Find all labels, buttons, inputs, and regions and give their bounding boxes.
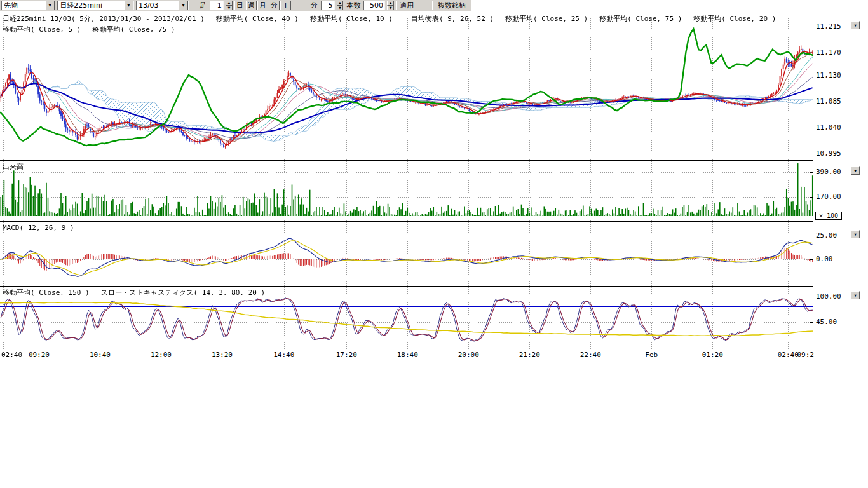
pane-scroll-down-button[interactable]: ▼	[851, 166, 860, 175]
y-axis-tick-label: 390.00	[816, 168, 841, 176]
time-axis: 02:4009:2010:4012:0013:2014:4017:2018:40…	[0, 350, 814, 360]
x-axis-tick-label: 13:20	[212, 351, 233, 359]
x-axis-tick-label: 01:20	[702, 351, 723, 359]
volume-multiplier-badge: × 100	[815, 212, 842, 220]
y-axis-tick-label: 100.00	[816, 293, 841, 301]
y-axis-tick-label: 11,215	[816, 23, 841, 30]
y-axis-tick-label: 25.00	[816, 232, 837, 240]
x-axis-tick-label: 12:00	[151, 351, 172, 359]
y-axis-tick-label: 0.00	[816, 255, 833, 263]
pane-scroll-down-button[interactable]: ▼	[851, 21, 860, 29]
x-axis-tick-label: 14:40	[273, 351, 294, 359]
x-axis-tick-label: 02:40	[1, 351, 22, 359]
pane-scroll-down-button[interactable]: ▼	[851, 230, 860, 238]
chart-application-window: 先物 ▼ 日経225mini ▼ 13/03 ▼ 足 ▲▼ 日週月分T 分 ▲▼…	[0, 0, 868, 488]
pane-scroll-down-button[interactable]: ▼	[851, 291, 860, 299]
x-axis-tick-label: 10:40	[90, 351, 111, 359]
y-axis-tick-label: 11,085	[816, 98, 841, 105]
x-axis-tick-label: 21:20	[519, 351, 540, 359]
y-axis-tick-label: 11,040	[816, 124, 841, 132]
x-axis-tick-label: 09:20	[29, 351, 50, 359]
x-axis-tick-label: 17:20	[336, 351, 357, 359]
chart-canvas[interactable]	[0, 11, 813, 349]
y-axis-tick-label: 170.00	[816, 193, 841, 201]
y-axis-tick-label: 11,130	[816, 72, 841, 79]
chart-area: 日経225mini 13/03( 5分, 2013/01/30 - 2013/0…	[0, 0, 868, 488]
y-axis-tick-label: 11,170	[816, 49, 841, 57]
x-axis-tick-label: 22:40	[580, 351, 601, 359]
y-axis-tick-label: 45.00	[816, 318, 837, 326]
x-axis-tick-label: 02:40	[778, 351, 799, 359]
x-axis-tick-label: 20:00	[458, 351, 479, 359]
x-axis-tick-label: 09:20	[797, 351, 814, 359]
y-axis-tick-label: 10,995	[816, 150, 841, 158]
x-axis-tick-label: 18:40	[397, 351, 418, 359]
x-axis-tick-label: Feb	[645, 351, 658, 359]
